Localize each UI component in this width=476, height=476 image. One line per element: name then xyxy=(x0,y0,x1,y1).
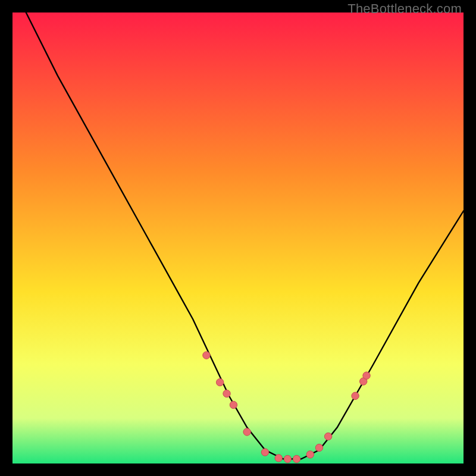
highlight-dot xyxy=(315,444,322,451)
watermark-text: TheBottleneck.com xyxy=(347,1,462,17)
gradient-background xyxy=(12,12,464,464)
highlight-dot xyxy=(284,455,291,462)
highlight-dot xyxy=(275,455,282,462)
highlight-dot xyxy=(216,378,223,386)
highlight-dot xyxy=(223,390,230,397)
highlight-dot xyxy=(352,392,359,399)
highlight-dot xyxy=(324,433,331,440)
chart-frame xyxy=(12,12,464,464)
highlight-dot xyxy=(230,401,237,408)
highlight-dot xyxy=(243,428,250,436)
highlight-dot xyxy=(203,352,210,359)
highlight-dot xyxy=(293,455,300,462)
highlight-dot xyxy=(261,449,268,456)
highlight-dot xyxy=(306,451,314,458)
bottleneck-plot xyxy=(12,12,464,464)
highlight-dot xyxy=(363,372,370,379)
